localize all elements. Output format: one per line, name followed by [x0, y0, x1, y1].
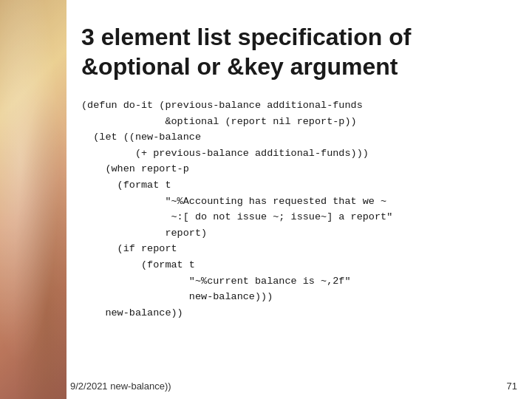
slide-title: 3 element list specification of &optiona… — [81, 22, 517, 81]
footer-date-label: 9/2/2021 new-balance)) — [70, 381, 171, 392]
main-content: 3 element list specification of &optiona… — [70, 0, 532, 399]
title-line2: &optional or &key argument — [81, 53, 398, 80]
code-block: (defun do-it (previous-balance additiona… — [81, 98, 517, 321]
footer-page: 71 — [507, 381, 517, 392]
footer-date: 9/2/2021 — [70, 381, 108, 392]
footer: 9/2/2021 new-balance)) 71 — [70, 381, 517, 392]
footer-label: new-balance)) — [110, 381, 171, 392]
left-decoration — [0, 0, 66, 399]
title-line1: 3 element list specification of — [81, 24, 411, 50]
